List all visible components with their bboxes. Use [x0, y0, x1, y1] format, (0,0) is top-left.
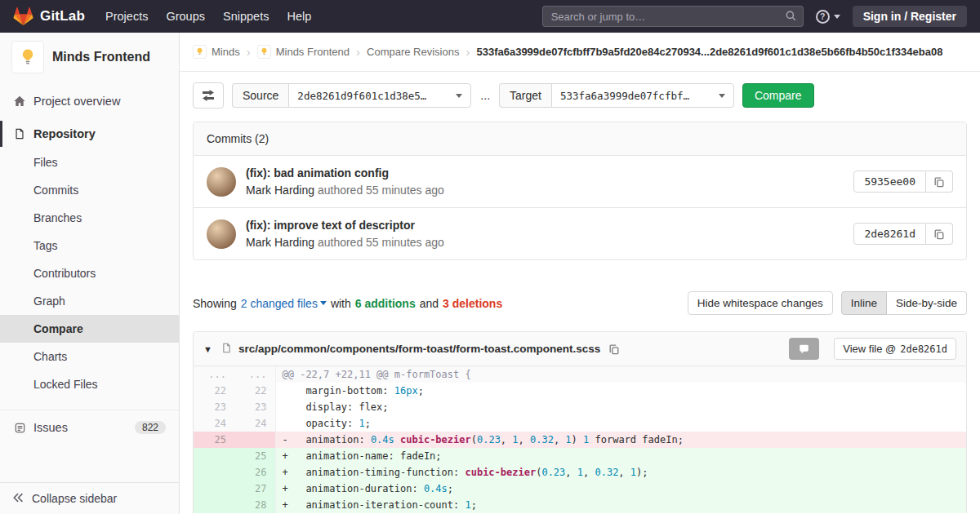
inline-view-button[interactable]: Inline	[841, 291, 887, 315]
sidebar-item-tags[interactable]: Tags	[0, 232, 179, 259]
new-line-number[interactable]: 26	[234, 464, 275, 481]
commit-title-link[interactable]: (fix): bad animation config	[246, 166, 444, 179]
new-line-number[interactable]	[234, 432, 275, 448]
project-sidebar: Minds Frontend Project overview Reposito…	[0, 33, 180, 514]
commit-authored-time: authored 55 minutes ago	[318, 236, 444, 249]
breadcrumb-group-link[interactable]: Minds	[193, 45, 240, 59]
toggle-file-comments-button[interactable]	[789, 338, 819, 360]
search-input[interactable]	[542, 6, 804, 27]
sidebar-project-link[interactable]: Minds Frontend	[0, 33, 179, 82]
breadcrumb-section-link[interactable]: Compare Revisions	[367, 46, 459, 58]
diff-line-add: 27+ animation-duration: 0.4s;	[194, 481, 966, 497]
and-label: and	[420, 297, 439, 310]
source-revision-dropdown[interactable]: 2de8261d9f601c1d38e5…	[288, 83, 471, 108]
changed-files-link[interactable]: 2 changed files	[241, 297, 327, 310]
swap-revisions-button[interactable]	[193, 82, 224, 109]
target-revision-value: 533fa6a3999de07fcfbf…	[560, 90, 689, 102]
breadcrumb-project-link[interactable]: Minds Frontend	[257, 45, 350, 59]
sidebar-item-commits[interactable]: Commits	[0, 176, 179, 204]
breadcrumb-group-label: Minds	[212, 46, 240, 58]
issues-icon	[13, 422, 26, 434]
diff-code-line: margin-bottom: 16px;	[275, 383, 966, 399]
diff-line-context: 2222 margin-bottom: 16px;	[194, 383, 966, 399]
view-file-sha: 2de8261d	[900, 343, 947, 355]
new-line-number[interactable]: 24	[234, 415, 275, 432]
commit-title-link[interactable]: (fix): improve text of descriptor	[246, 219, 444, 232]
copy-icon	[608, 343, 620, 355]
commit-author-avatar	[207, 167, 236, 197]
old-line-number[interactable]	[194, 448, 234, 464]
question-icon: ?	[816, 10, 830, 24]
sidebar-item-repository[interactable]: Repository	[0, 119, 179, 148]
old-line-number[interactable]: 24	[194, 415, 234, 432]
target-revision-dropdown[interactable]: 533fa6a3999de07fcfbf…	[551, 83, 734, 108]
breadcrumb: Minds › Minds Frontend › Compare Revisio…	[180, 33, 980, 72]
sidebar-item-graph[interactable]: Graph	[0, 287, 179, 315]
gitlab-logo[interactable]: GitLab	[13, 7, 85, 26]
issues-count-badge: 822	[135, 421, 166, 434]
swap-arrows-icon	[202, 90, 215, 101]
deletions-count: 3 deletions	[443, 297, 502, 310]
old-line-number[interactable]: 23	[194, 399, 234, 415]
sidebar-item-project-overview[interactable]: Project overview	[0, 86, 179, 116]
diff-line-add: 26+ animation-timing-function: cubic-bez…	[194, 464, 966, 481]
commit-sha-group: 2de8261d	[853, 223, 953, 245]
new-line-number[interactable]: 22	[234, 383, 275, 399]
commit-meta: Mark Harding authored 55 minutes ago	[246, 184, 444, 197]
diff-line-context: 2424 opacity: 1;	[194, 415, 966, 432]
diff-code-line: opacity: 1;	[275, 415, 966, 432]
hide-whitespace-button[interactable]: Hide whitespace changes	[688, 291, 833, 315]
diff-code-line: + animation-duration: 0.4s;	[275, 481, 966, 497]
commit-sha-button[interactable]: 5935ee00	[853, 171, 926, 193]
sidebar-item-issues[interactable]: Issues 822	[0, 410, 179, 442]
sidebar-item-charts[interactable]: Charts	[0, 343, 179, 370]
sidebar-item-locked-files[interactable]: Locked Files	[0, 370, 179, 398]
commit-sha-button[interactable]: 2de8261d	[853, 223, 926, 245]
nav-item-snippets[interactable]: Snippets	[214, 0, 278, 33]
repository-submenu: FilesCommitsBranchesTagsContributorsGrap…	[0, 148, 179, 398]
diff-file-path[interactable]: src/app/common/components/form-toast/for…	[238, 343, 600, 355]
commit-info: (fix): improve text of descriptorMark Ha…	[246, 219, 444, 249]
side-by-side-view-button[interactable]: Side-by-side	[887, 291, 967, 315]
sidebar-item-compare[interactable]: Compare	[0, 315, 179, 343]
diff-file-header: ▼ src/app/common/components/form-toast/f…	[194, 332, 966, 366]
old-line-number[interactable]	[194, 481, 234, 497]
revision-separator: ...	[479, 89, 491, 102]
sidebar-item-contributors[interactable]: Contributors	[0, 259, 179, 287]
nav-item-projects[interactable]: Projects	[96, 0, 157, 33]
new-line-number[interactable]: 27	[234, 481, 275, 497]
nav-item-help[interactable]: Help	[278, 0, 320, 33]
sign-in-button[interactable]: Sign in / Register	[853, 6, 967, 27]
help-menu-button[interactable]: ?	[816, 10, 840, 24]
with-label: with	[331, 297, 351, 310]
copy-sha-button[interactable]	[926, 171, 953, 193]
old-line-number[interactable]: ...	[194, 366, 234, 383]
copy-file-path-button[interactable]	[607, 342, 621, 357]
commits-panel-header: Commits (2)	[194, 122, 966, 156]
old-line-number[interactable]: 25	[194, 432, 234, 448]
diff-stats-text: Showing 2 changed files with 6 additions…	[193, 297, 502, 310]
old-line-number[interactable]	[194, 497, 234, 513]
collapse-diff-caret-icon[interactable]: ▼	[203, 344, 215, 354]
commit-author-avatar	[207, 219, 236, 249]
chevron-down-icon	[320, 301, 327, 305]
new-line-number[interactable]: 25	[234, 448, 275, 464]
view-file-button[interactable]: View file @ 2de8261d	[834, 338, 956, 360]
nav-item-groups[interactable]: Groups	[157, 0, 214, 33]
new-line-number[interactable]: 23	[234, 399, 275, 415]
commit-author-link[interactable]: Mark Harding	[246, 236, 314, 249]
old-line-number[interactable]: 22	[194, 383, 234, 399]
new-line-number[interactable]: ...	[234, 366, 275, 383]
sidebar-item-files[interactable]: Files	[0, 148, 179, 176]
source-revision-value: 2de8261d9f601c1d38e5…	[297, 90, 426, 102]
old-line-number[interactable]	[194, 464, 234, 481]
project-avatar	[11, 41, 44, 73]
commit-author-link[interactable]: Mark Harding	[246, 184, 314, 197]
copy-sha-button[interactable]	[926, 223, 953, 245]
compare-button[interactable]: Compare	[742, 83, 814, 108]
diff-code-line: display: flex;	[275, 399, 966, 415]
collapse-sidebar-button[interactable]: Collapse sidebar	[0, 482, 179, 514]
sidebar-item-branches[interactable]: Branches	[0, 204, 179, 232]
new-line-number[interactable]: 28	[234, 497, 275, 513]
diff-file-panel: ▼ src/app/common/components/form-toast/f…	[193, 331, 967, 513]
